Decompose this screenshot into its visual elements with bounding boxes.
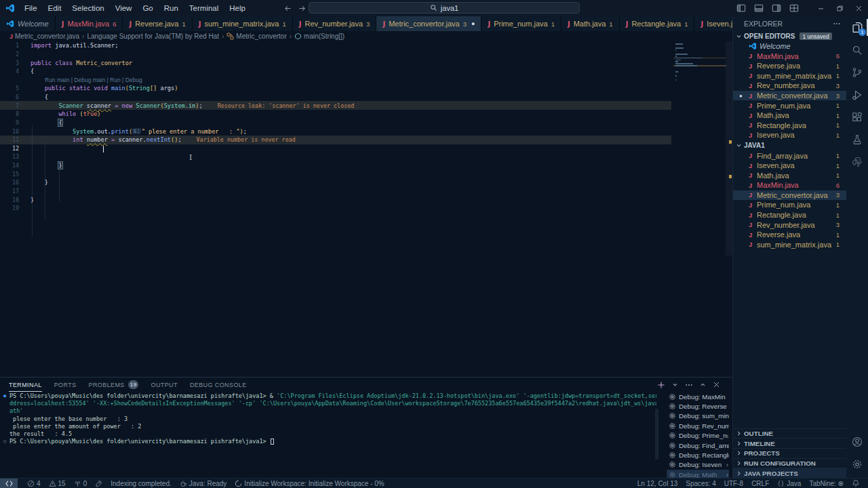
section-run-configuration[interactable]: RUN CONFIGURATION [733, 458, 847, 468]
panel-tab-problems[interactable]: PROBLEMS19 [89, 378, 139, 392]
status-indexing-completed-[interactable]: Indexing completed. [106, 480, 176, 487]
code-line-16[interactable]: 16 } [0, 178, 732, 187]
file-Rev_number.java[interactable]: JRev_number.java3 [733, 220, 846, 230]
overview-ruler[interactable] [726, 41, 732, 377]
panel-tab-output[interactable]: OUTPUT [151, 378, 177, 392]
open-editors-header[interactable]: OPEN EDITORS 1 unsaved [733, 31, 846, 41]
explorer-more-icon[interactable] [833, 20, 841, 28]
tab-sum_mine_matrix.java[interactable]: Jsum_mine_matrix.java1 [193, 16, 293, 31]
status-rocket[interactable] [91, 480, 106, 487]
code-line-11[interactable]: 11 int number = scanner.nextInt();Variab… [0, 136, 732, 144]
menu-run[interactable]: Run [159, 4, 184, 12]
menu-help[interactable]: Help [224, 4, 251, 12]
file-Math.java[interactable]: JMath.java1 [733, 171, 846, 181]
terminal-session-Debug: Prime_n...[interactable]: Debug: Prime_n...› [667, 431, 729, 441]
activity-extensions[interactable] [846, 106, 868, 128]
open-editor-MaxMin.java[interactable]: JMaxMin.java6 [733, 52, 846, 62]
restore-button[interactable] [830, 0, 849, 16]
folder-header[interactable]: JAVA1 [733, 140, 846, 150]
menu-file[interactable]: File [19, 4, 43, 12]
code-line-1[interactable]: 1import java.util.Scanner; [0, 41, 732, 50]
codelens[interactable]: Run main | Debug main | Run | Debug [0, 76, 732, 85]
tab-Rev_number.java[interactable]: JRev_number.java3 [293, 16, 377, 31]
code-line-6[interactable]: 6 { [0, 93, 732, 102]
activity-search[interactable] [846, 39, 868, 61]
code-line-2[interactable]: 2 [0, 50, 732, 59]
terminal-session-Debug: Rectangle[interactable]: Debug: Rectangle› [667, 450, 729, 460]
tab-Welcome[interactable]: Welcome [0, 16, 56, 31]
open-editor-Rev_number.java[interactable]: JRev_number.java3 [733, 81, 846, 91]
open-editor-Prime_num.java[interactable]: JPrime_num.java1 [733, 100, 846, 110]
status-error[interactable]: 4 [23, 480, 45, 487]
tab-Iseven.java[interactable]: JIseven.java1 [694, 16, 732, 31]
open-editor-Reverse.java[interactable]: JReverse.java1 [733, 61, 846, 71]
terminal-scrollbar[interactable] [655, 409, 658, 460]
section-projects[interactable]: PROJECTS [733, 448, 847, 458]
nav-forward-icon[interactable] [298, 4, 307, 13]
terminal-more-icon[interactable] [685, 381, 693, 389]
tab-Rectangle.java[interactable]: JRectangle.java1 [620, 16, 695, 31]
command-center[interactable]: java1 [309, 2, 580, 14]
panel-tab-ports[interactable]: PORTS [54, 378, 77, 392]
open-editor-Iseven.java[interactable]: JIseven.java1 [733, 130, 846, 140]
file-Reverse.java[interactable]: JReverse.java1 [733, 230, 846, 240]
status-utf-8[interactable]: UTF-8 [720, 480, 747, 487]
file-MaxMin.java[interactable]: JMaxMin.java6 [733, 180, 846, 190]
open-editor-Math.java[interactable]: JMath.java1 [733, 110, 846, 121]
terminal-session-Debug: sum_min...[interactable]: Debug: sum_min... [667, 411, 729, 421]
open-editor-Rectangle.java[interactable]: JRectangle.java1 [733, 120, 846, 130]
terminal-session-Debug: MaxMin[interactable]: Debug: MaxMin [667, 392, 729, 401]
code-line-18[interactable]: 18} [0, 195, 732, 204]
terminal-profile-chevron-icon[interactable] [672, 382, 678, 388]
code-line-10[interactable]: 10 System.out.print(s:" plese enter a nu… [0, 127, 732, 136]
close-panel-icon[interactable] [713, 381, 720, 388]
status-spinner[interactable]: Initialize Workspace: Initialize Workspa… [231, 480, 388, 487]
code-line-5[interactable]: 5 public static void main(String[] args) [0, 84, 732, 93]
breadcrumb-item[interactable]: Metric_convertor [226, 33, 286, 40]
code-line-15[interactable]: 15 [0, 169, 732, 178]
code-line-17[interactable]: 17 [0, 187, 732, 196]
toggle-secondary-sidebar-icon[interactable] [772, 3, 781, 13]
status-java-cup[interactable]: Java: Ready [176, 480, 231, 487]
code-line-8[interactable]: 8 while (true) [0, 110, 732, 119]
section-java-projects[interactable]: JAVA PROJECTS [733, 468, 847, 478]
panel-tab-debug-console[interactable]: DEBUG CONSOLE [190, 378, 247, 392]
open-editor-Metric_convertor.java[interactable]: ●JMetric_convertor.java3 [733, 91, 846, 101]
file-sum_mine_matrix.java[interactable]: Jsum_mine_matrix.java1 [733, 239, 846, 249]
status-spaces-4[interactable]: Spaces: 4 [682, 480, 719, 487]
code-line-13[interactable]: 13 [0, 152, 732, 161]
panel-tab-terminal[interactable]: TERMINAL [9, 378, 42, 392]
menu-edit[interactable]: Edit [43, 4, 67, 12]
terminal-session-Debug: Reverse[interactable]: Debug: Reverse [667, 401, 729, 411]
file-Rectangle.java[interactable]: JRectangle.java1 [733, 210, 846, 220]
activity-settings[interactable] [846, 453, 868, 475]
code-line-12[interactable]: 12 [0, 144, 732, 153]
activity-run-debug[interactable] [846, 83, 868, 106]
status-tabnine-[interactable]: TabNine: ⊗ [805, 480, 848, 487]
maximize-panel-icon[interactable] [700, 382, 706, 388]
status-ln-12-col-13[interactable]: Ln 12, Col 13 [633, 480, 682, 487]
file-Iseven.java[interactable]: JIseven.java1 [733, 161, 846, 171]
code-line-9[interactable]: 9 { [0, 119, 732, 127]
activity-python[interactable] [846, 150, 868, 173]
open-editor-sum_mine_matrix.java[interactable]: Jsum_mine_matrix.java1 [733, 71, 846, 81]
section-timeline[interactable]: TIMELINE [733, 438, 847, 448]
new-terminal-icon[interactable] [657, 381, 665, 389]
status-warning[interactable]: 15 [45, 480, 70, 487]
file-Prime_num.java[interactable]: JPrime_num.java1 [733, 200, 846, 210]
minimap[interactable] [673, 41, 726, 377]
close-button[interactable] [849, 0, 868, 16]
remote-indicator[interactable] [0, 479, 18, 488]
tab-Reverse.java[interactable]: JReverse.java1 [123, 16, 192, 31]
activity-source-control[interactable] [846, 61, 868, 83]
customize-layout-icon[interactable] [789, 3, 799, 13]
tab-MaxMin.java[interactable]: JMaxMin.java6 [56, 16, 123, 31]
status-ports[interactable]: 0 [70, 480, 92, 487]
activity-account[interactable] [846, 430, 868, 453]
code-line-7[interactable]: 7 Scanner scanner = new Scanner(System.i… [0, 101, 732, 110]
code-editor[interactable]: 1import java.util.Scanner;23public class… [0, 41, 732, 377]
code-line-4[interactable]: 4{ [0, 67, 732, 76]
tab-Prime_num.java[interactable]: JPrime_num.java1 [481, 16, 561, 31]
terminal-session-Debug: Iseven[interactable]: Debug: Iseven› [667, 460, 729, 470]
tab-Metric_convertor.java[interactable]: JMetric_convertor.java3● [376, 16, 481, 31]
